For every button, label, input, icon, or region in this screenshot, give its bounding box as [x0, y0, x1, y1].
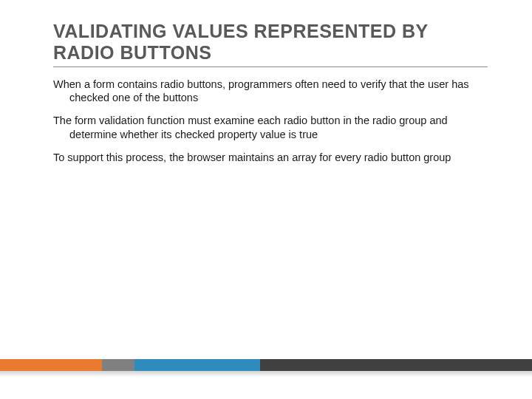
slide-title: VALIDATING VALUES REPRESENTED BY RADIO B…	[53, 21, 488, 64]
title-underline	[53, 66, 488, 67]
paragraph: When a form contains radio buttons, prog…	[69, 78, 488, 106]
footer-shadow	[0, 371, 532, 377]
body-text: When a form contains radio buttons, prog…	[53, 78, 488, 165]
accent-bar-gray	[102, 359, 134, 371]
paragraph: To support this process, the browser mai…	[69, 151, 488, 165]
accent-bar-dark	[260, 359, 532, 371]
paragraph: The form validation function must examin…	[69, 114, 488, 142]
slide: VALIDATING VALUES REPRESENTED BY RADIO B…	[0, 0, 532, 399]
accent-bar-orange	[0, 359, 102, 371]
accent-bar-blue	[134, 359, 260, 371]
footer-accent-bars	[0, 359, 532, 371]
